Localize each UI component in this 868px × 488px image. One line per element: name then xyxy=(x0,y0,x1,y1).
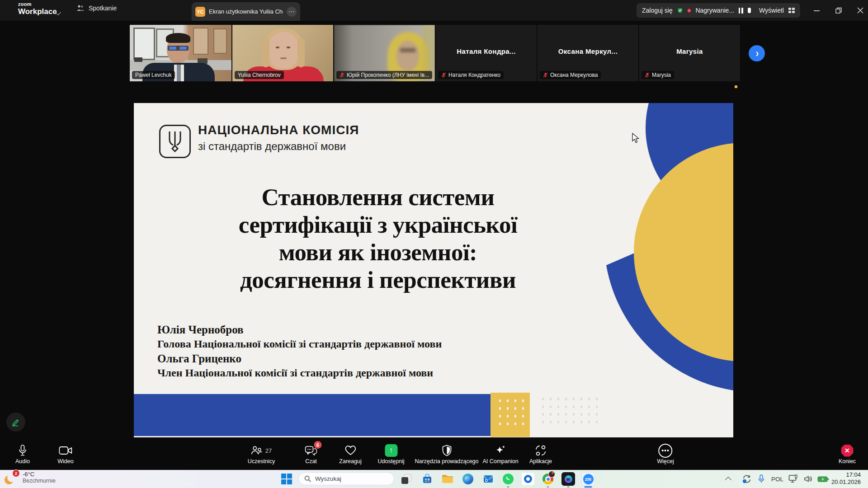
whatsapp-icon xyxy=(503,474,514,484)
zoom-icon: zm xyxy=(583,474,594,484)
pause-recording-icon[interactable] xyxy=(739,8,743,14)
share-button[interactable]: ↑ Udostępnij xyxy=(377,444,404,465)
weather-condition: Bezchmurnie xyxy=(23,478,56,484)
task-view-button[interactable] xyxy=(400,472,413,486)
share-screen-icon: ↑ xyxy=(385,444,397,457)
tray-sync[interactable] xyxy=(742,470,752,488)
slide-blue-band xyxy=(134,394,491,436)
zoom-meeting-window: zoom Workplace Spotkanie YC Ekran użytko… xyxy=(0,0,868,488)
start-button[interactable] xyxy=(281,474,292,484)
taskbar-clock[interactable]: 17:04 20.01.2026 xyxy=(831,471,861,486)
chat-button[interactable]: 6 Czat xyxy=(305,444,317,465)
tray-volume[interactable] xyxy=(804,470,813,488)
host-tools-shield-icon xyxy=(442,445,452,456)
close-button[interactable] xyxy=(850,0,868,21)
microsoft-store-button[interactable] xyxy=(420,472,434,486)
video-tile-marysia[interactable]: Marysia Marysia xyxy=(639,25,740,81)
monitor-icon xyxy=(788,474,798,483)
tray-mic[interactable] xyxy=(758,470,765,488)
restore-button[interactable] xyxy=(828,0,849,21)
tryzub-icon xyxy=(166,130,184,153)
chrome-icon xyxy=(542,474,553,484)
file-explorer-button[interactable] xyxy=(441,472,454,486)
annotate-button[interactable] xyxy=(6,413,25,432)
video-tile-yuliia[interactable]: Yuliia Chernobrov xyxy=(232,25,333,81)
host-tools-button[interactable]: Narzędzia prowadzącego xyxy=(415,444,478,465)
minimize-button[interactable] xyxy=(807,0,827,21)
ai-companion-button[interactable]: AI Companion xyxy=(482,444,518,465)
apps-icon xyxy=(535,445,547,456)
commission-name: НАЦІОНАЛЬНА КОМІСІЯ xyxy=(198,123,359,137)
logo-zoom-text: zoom xyxy=(18,2,57,7)
participants-button[interactable]: 27 Uczestnicy xyxy=(248,444,275,465)
view-grid-icon xyxy=(788,8,795,13)
author-role: Голова Національної комісії зі стандарті… xyxy=(157,338,442,350)
people-icon xyxy=(76,5,85,12)
stop-recording-icon[interactable] xyxy=(748,8,751,13)
video-tile-oksana[interactable]: Оксана Меркул... Оксана Меркулова xyxy=(538,25,638,81)
participants-icon xyxy=(251,445,263,456)
commission-logo xyxy=(159,125,191,158)
outlook-button[interactable] xyxy=(481,472,495,486)
tab-meeting[interactable]: Spotkanie xyxy=(76,5,117,12)
restore-icon xyxy=(835,7,842,14)
author-role: Член Національної комісії зі стандартів … xyxy=(157,367,442,379)
recording-dot-icon xyxy=(687,7,691,14)
participants-count: 27 xyxy=(265,447,272,454)
pencil-icon xyxy=(11,418,20,427)
react-button[interactable]: Zareaguj xyxy=(339,444,361,465)
security-shield-icon[interactable] xyxy=(677,5,683,15)
store-icon xyxy=(422,474,433,484)
sync-app-button[interactable] xyxy=(521,472,535,486)
moon-icon: 2 xyxy=(6,472,18,483)
tray-display[interactable] xyxy=(788,470,798,488)
blue-ring-icon xyxy=(524,475,532,483)
video-tile-natalia[interactable]: Наталя Кондра... Наталя Кондратенко xyxy=(436,25,537,81)
titlebar: zoom Workplace Spotkanie YC Ekran użytko… xyxy=(0,0,868,21)
logo-workplace-text: Workplace xyxy=(18,8,57,15)
edge-browser-button[interactable] xyxy=(461,472,475,486)
zoom-app-button[interactable]: zm xyxy=(581,472,595,486)
video-tile-yurii[interactable]: Юрій Прокопенко (ЛНУ імені Ів... xyxy=(334,25,435,81)
speaker-icon xyxy=(804,475,813,483)
tab-meeting-label: Spotkanie xyxy=(89,5,117,12)
view-button[interactable]: Wyświetl xyxy=(759,7,784,14)
edge-icon xyxy=(462,474,473,484)
more-button[interactable]: ••• Więcej xyxy=(657,444,674,465)
weather-widget[interactable]: 2 -6°C Bezchmurnie xyxy=(6,471,56,484)
language-indicator[interactable]: POL xyxy=(771,470,783,488)
participant-name-label: Юрій Прокопенко (ЛНУ імені Ів... xyxy=(336,71,432,79)
shared-screen-slide: НАЦІОНАЛЬНА КОМІСІЯ зі стандартів держав… xyxy=(134,103,733,437)
audio-button[interactable]: Audio xyxy=(15,444,30,465)
whatsapp-button[interactable] xyxy=(501,472,515,486)
participant-name-label: Yuliia Chernobrov xyxy=(235,71,284,79)
end-call-icon: ✕ xyxy=(841,445,853,457)
tray-mic-icon xyxy=(758,474,765,483)
author-name: Ольга Гриценко xyxy=(157,352,442,365)
mouse-cursor xyxy=(632,133,640,144)
webex-button[interactable]: w xyxy=(561,472,575,486)
tab-more-icon[interactable]: ⋯ xyxy=(287,7,297,17)
heart-icon xyxy=(344,445,356,456)
workspace-chevron-down-icon[interactable] xyxy=(56,8,60,16)
next-participants-button[interactable]: › xyxy=(749,45,765,61)
slide-title: Становлення системи сертифікації з украї… xyxy=(161,183,595,294)
video-button[interactable]: Wideo xyxy=(57,444,73,465)
chrome-button[interactable] xyxy=(541,472,555,486)
participant-display-name: Наталя Кондра... xyxy=(436,47,537,55)
apps-button[interactable]: Aplikacje xyxy=(529,444,552,465)
tab-shared-screen-label: Ekran użytkownika Yuliia Chernob xyxy=(209,8,283,15)
slide-dot-grid-gray xyxy=(542,398,604,428)
participant-display-name: Оксана Меркул... xyxy=(538,47,638,55)
temperature: -6°C xyxy=(23,471,56,478)
participant-name-label: Наталя Кондратенко xyxy=(438,71,504,79)
signin-button[interactable]: Zaloguj się xyxy=(642,7,673,14)
participant-name-label: Marysia xyxy=(642,71,674,79)
search-box[interactable]: Wyszukaj xyxy=(298,472,394,485)
video-tile-pawel[interactable]: Paweł Levchuk xyxy=(130,25,231,81)
tray-battery[interactable] xyxy=(817,470,829,488)
time: 17:04 xyxy=(831,471,861,479)
tab-shared-screen[interactable]: YC Ekran użytkownika Yuliia Chernob ⋯ xyxy=(192,2,300,21)
tray-hidden-icons[interactable] xyxy=(727,470,731,488)
end-meeting-button[interactable]: ✕ Koniec xyxy=(839,444,856,465)
